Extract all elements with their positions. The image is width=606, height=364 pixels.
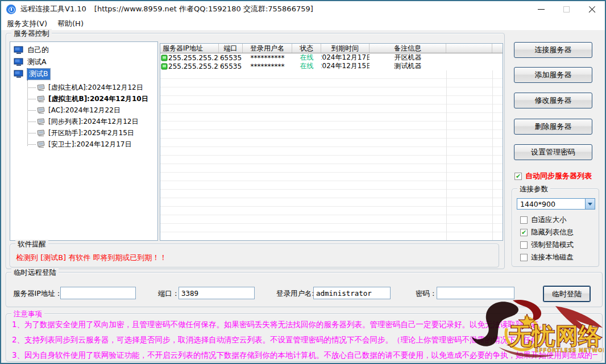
notes-title: 注意事项 [11,309,44,318]
col-expire[interactable]: 到期时间 [321,44,370,53]
window-title-info: [https://www.8959.net 作者QQ:1592180 交流群:7… [94,4,313,14]
col-extra [446,44,492,53]
tree-item-child[interactable]: [虚拟主机B]:2024年12月10日 [36,93,148,104]
temp-ip-input[interactable] [60,287,136,299]
checkbox-icon[interactable] [520,216,528,224]
cell-port: 65535 [219,62,243,70]
auto-sync-checkbox-row[interactable]: ✔ 自动同步服务器列表 [514,171,592,181]
add-server-button[interactable]: 添加服务器 [514,67,592,83]
close-button[interactable] [579,1,605,17]
col-stub [492,44,503,53]
temp-login-button[interactable]: 临时登陆 [543,286,590,302]
temp-password-input[interactable] [437,287,514,299]
col-note[interactable]: 备注信息 [370,44,446,53]
software-reminder-group: 软件提醒 检测到 [测试B] 有软件 即将到期或已到期！！ [10,244,499,267]
remote-host-icon [36,129,45,137]
online-server-icon [161,63,168,70]
app-clock-icon [6,5,16,14]
cell-note: 开区机器 [370,53,446,62]
cell-expire: 2024年12月15日 [321,62,370,70]
tree-item-label: [开区助手]:2025年2月15日 [48,128,134,138]
maximize-button[interactable] [554,1,579,17]
app-window: 远程连接工具V1.10 [https://www.8959.net 作者QQ:1… [0,0,606,364]
force-login-checkbox-row[interactable]: 强制登陆模式 [520,240,574,250]
window-controls [528,1,605,17]
col-port[interactable]: 端口 [219,44,243,53]
resolution-value: 1440*900 [517,200,585,208]
grid-line [446,53,447,240]
remote-host-icon [36,84,45,91]
minimize-button[interactable] [528,1,554,17]
menu-service-support[interactable]: 服务支持(V) [2,18,52,30]
tree-item-child[interactable]: [同步列表]:2024年12月12日 [36,116,138,127]
temp-login-title: 临时远程登陆 [11,268,59,277]
hide-list-checkbox-row[interactable]: ✔ 隐藏列表信息 [520,228,574,237]
tree-item-label: [虚拟主机B]:2024年12月10日 [48,94,148,104]
table-row[interactable]: 255.255.255.255 65535 ********** 在线 2024… [160,53,503,62]
tree-item-root[interactable]: 测试A [14,56,47,68]
temp-port-input[interactable]: 3389 [179,287,255,299]
col-status[interactable]: 状态 [292,44,321,53]
note-line-1: 1、为了数据安全使用了双向加密，且管理密码不做任何保存。如果密码丢失将无法找回你… [12,320,597,332]
tree-item-label: [安卫士]:2024年12月17日 [48,140,131,149]
chevron-down-icon[interactable] [585,199,595,209]
force-login-label: 强制登陆模式 [531,240,574,250]
server-control-group: 服务器控制 自己的 测试A 测试B [虚拟主机A]:2024年12月12日 [6,33,505,269]
remote-host-icon [36,118,45,125]
resolution-select[interactable]: 1440*900 [517,198,595,210]
auto-sync-label: 自动同步服务器列表 [525,171,592,181]
tree-item-label: 测试A [27,57,47,67]
temp-ip-label: 服务器IP地址： [13,289,62,299]
computer-icon [14,70,24,78]
table-row[interactable]: 255.255.255.255 65535 ********** 在线 2024… [160,62,503,70]
checkbox-checked-icon[interactable]: ✔ [514,173,522,180]
tree-item-label: [同步列表]:2024年12月12日 [48,117,138,127]
cell-user: ********** [243,62,292,70]
connect-params-title: 连接参数 [517,185,550,193]
cell-user: ********** [243,53,292,62]
temp-user-input[interactable]: administrator [313,287,391,299]
checkbox-icon[interactable] [520,241,528,249]
cell-status: 在线 [292,53,321,62]
local-disk-checkbox-row[interactable]: 连接本地磁盘 [520,253,574,262]
set-admin-password-button[interactable]: 设置管理密码 [514,144,592,160]
window-title: 远程连接工具V1.10 [20,4,86,14]
tree-item-child[interactable]: [虚拟主机A]:2024年12月12日 [36,82,143,93]
checkbox-checked-icon[interactable]: ✔ [520,229,528,236]
col-ip[interactable]: 服务器IP地址 [160,44,219,53]
tree-item-child[interactable]: [AC]:2024年12月22日 [36,104,121,116]
cell-ip: 255.255.255.255 [168,62,219,70]
temp-password-label: 密码： [416,289,437,299]
checkbox-icon[interactable] [520,254,528,261]
temp-login-group: 临时远程登陆 服务器IP地址： 端口： 3389 登录用户名: administ… [6,272,603,307]
temp-user-label: 登录用户名: [276,289,314,299]
modify-server-button[interactable]: 修改服务器 [514,93,592,108]
server-tree[interactable]: 自己的 测试A 测试B [虚拟主机A]:2024年12月12日 [虚拟主机B]:… [10,41,158,241]
reminder-message: 检测到 [测试B] 有软件 即将到期或已到期！！ [16,253,167,263]
fit-size-checkbox-row[interactable]: 自适应大小 [520,215,567,225]
connect-server-button[interactable]: 连接服务器 [514,42,592,58]
table-header: 服务器IP地址 端口 登录用户名 状态 到期时间 备注信息 [160,44,503,53]
title-bar: 远程连接工具V1.10 [https://www.8959.net 作者QQ:1… [1,1,605,17]
cell-status: 在线 [292,62,321,70]
maximize-icon [563,6,570,12]
online-server-icon [161,55,168,61]
remote-host-icon [36,95,45,103]
software-reminder-title: 软件提醒 [15,240,48,248]
close-icon [588,6,596,13]
tree-item-child[interactable]: [安卫士]:2024年12月17日 [36,139,131,150]
tree-item-root-selected[interactable]: 测试B [14,68,50,80]
computer-icon [14,46,24,55]
server-table[interactable]: 服务器IP地址 端口 登录用户名 状态 到期时间 备注信息 255.255.25… [160,43,503,241]
delete-server-button[interactable]: 删除服务器 [514,119,592,135]
col-user[interactable]: 登录用户名 [243,44,292,53]
tree-item-child[interactable]: [开区助手]:2025年2月15日 [36,127,134,139]
remote-host-icon [36,141,45,148]
tree-connector-line [27,80,28,146]
tree-item-root[interactable]: 自己的 [14,44,49,56]
menu-help[interactable]: 帮助(H) [53,18,88,30]
cell-port: 65535 [219,53,243,62]
connect-params-group: 连接参数 1440*900 自适应大小 ✔ 隐藏列表信息 强制登陆模式 连接本地… [512,189,599,267]
computer-icon [14,58,24,66]
menu-bar: 服务支持(V) 帮助(H) [1,17,605,30]
